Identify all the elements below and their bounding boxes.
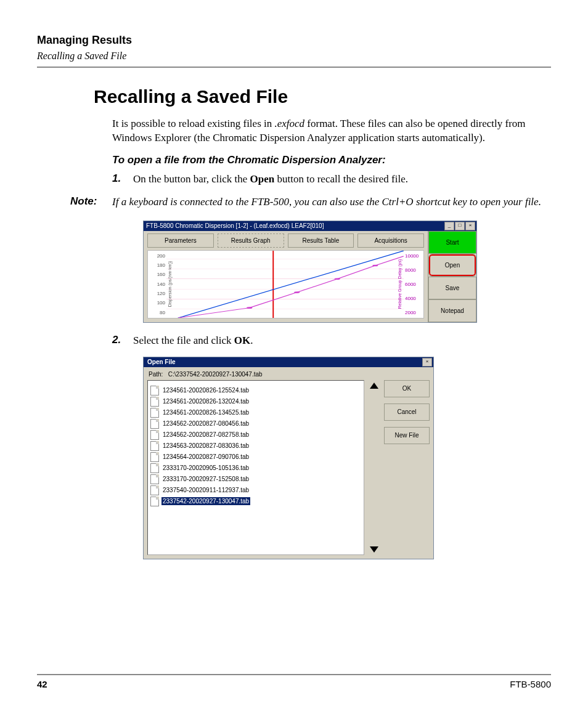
file-name: 1234563-20020827-083036.tab <box>161 442 250 450</box>
screenshot-open-file: Open File × Path: C:\2337542-20020927-13… <box>143 357 434 559</box>
path-row: Path: C:\2337542-20020927-130047.tab <box>149 371 430 378</box>
file-item[interactable]: 1234562-20020827-080456.tab <box>150 419 361 429</box>
save-button[interactable]: Save <box>428 277 476 299</box>
file-icon <box>150 430 159 440</box>
file-name: 1234562-20020827-082758.tab <box>161 431 250 439</box>
openfile-titlebar: Open File × <box>144 357 433 367</box>
file-item[interactable]: 2333170-20020927-152508.tab <box>150 474 361 484</box>
file-icon <box>150 397 159 407</box>
file-name: 1234561-20020826-132024.tab <box>161 397 250 405</box>
open-keyword: Open <box>250 173 275 185</box>
step2-num: 2. <box>112 334 133 348</box>
svg-point-7 <box>247 307 252 309</box>
scroll-down-icon[interactable] <box>370 546 378 553</box>
file-icon <box>150 419 159 429</box>
file-item[interactable]: 1234564-20020827-090706.tab <box>150 452 361 462</box>
file-icon <box>150 408 159 418</box>
analyzer-title: FTB-5800 Chromatic Dispersion [1-2] - (L… <box>146 222 444 229</box>
file-name: 2337542-20020927-130047.tab <box>161 497 250 505</box>
file-icon <box>150 463 159 473</box>
ok-keyword: OK <box>234 335 250 346</box>
section-title: Recalling a Saved File <box>37 51 551 62</box>
product-name: FTB-5800 <box>510 679 551 689</box>
footer-rule <box>37 674 551 675</box>
scroll-up-icon[interactable] <box>370 383 378 389</box>
file-item[interactable]: 1234561-20020826-132024.tab <box>150 397 361 407</box>
file-item[interactable]: 2337540-20020911-112937.tab <box>150 485 361 495</box>
file-name: 1234564-20020827-090706.tab <box>161 453 250 461</box>
intro-pre: It is possible to reload existing files … <box>112 118 274 129</box>
page-footer: 42 FTB-5800 <box>37 674 551 689</box>
file-item[interactable]: 2337542-20020927-130047.tab <box>150 497 361 506</box>
file-name: 1234561-20020826-125524.tab <box>161 386 250 394</box>
page-number: 42 <box>37 679 47 689</box>
minimize-button[interactable]: _ <box>444 222 454 230</box>
step1-num: 1. <box>112 172 133 187</box>
analyzer-button-bar: Start Open Save Notepad <box>428 231 476 322</box>
openfile-title: Open File <box>147 359 422 365</box>
note-label: Note: <box>70 195 112 209</box>
svg-point-10 <box>372 264 378 266</box>
step-1: 1. On the button bar, click the Open but… <box>112 172 551 187</box>
cancel-button[interactable]: Cancel <box>384 404 430 421</box>
file-icon <box>150 485 159 495</box>
chapter-title: Managing Results <box>37 34 551 47</box>
open-button[interactable]: Open <box>428 254 476 277</box>
new-file-button[interactable]: New File <box>384 427 430 444</box>
note-text: If a keyboard is connected to the FTB-50… <box>112 195 541 209</box>
start-button[interactable]: Start <box>428 231 476 254</box>
file-item[interactable]: 1234561-20020826-134525.tab <box>150 408 361 418</box>
file-icon <box>150 452 159 462</box>
tab-acquisitions[interactable]: Acquisitions <box>357 233 424 248</box>
header-rule <box>37 67 551 68</box>
file-item[interactable]: 1234561-20020826-125524.tab <box>150 386 361 396</box>
procedure-heading: To open a file from the Chromatic Disper… <box>112 154 551 166</box>
page-title: Recalling a Saved File <box>94 86 551 107</box>
path-value: C:\2337542-20020927-130047.tab <box>168 371 263 378</box>
file-name: 2337540-20020911-112937.tab <box>161 486 250 494</box>
openfile-actions: OK Cancel New File <box>384 380 430 555</box>
file-icon <box>150 474 159 484</box>
file-name: 2333170-20020905-105136.tab <box>161 464 250 472</box>
close-button[interactable]: × <box>465 222 475 230</box>
file-item[interactable]: 2333170-20020905-105136.tab <box>150 463 361 473</box>
graph-svg <box>166 251 404 318</box>
screenshot-analyzer: FTB-5800 Chromatic Dispersion [1-2] - (L… <box>143 221 477 323</box>
file-name: 2333170-20020927-152508.tab <box>161 475 250 483</box>
step-2: 2. Select the file and click OK. <box>112 334 551 348</box>
notepad-button[interactable]: Notepad <box>428 299 476 322</box>
file-name: 1234561-20020826-134525.tab <box>161 408 250 416</box>
intro-format: .exfocd <box>274 118 304 129</box>
ok-button[interactable]: OK <box>384 380 430 397</box>
analyzer-tabs: Parameters Results Graph Results Table A… <box>144 231 428 250</box>
file-list-scrollbar[interactable] <box>369 380 379 555</box>
file-icon <box>150 386 159 396</box>
file-list[interactable]: 1234561-20020826-125524.tab1234561-20020… <box>147 380 364 555</box>
file-icon <box>150 441 159 451</box>
analyzer-titlebar: FTB-5800 Chromatic Dispersion [1-2] - (L… <box>144 221 476 231</box>
file-icon <box>150 497 159 506</box>
svg-point-8 <box>294 291 300 293</box>
y-axis-right-label: Relative Group Delay (ps) <box>398 259 402 309</box>
intro-paragraph: It is possible to reload existing files … <box>112 117 551 145</box>
tab-results-table[interactable]: Results Table <box>288 233 354 248</box>
tab-results-graph[interactable]: Results Graph <box>218 233 284 248</box>
y-axis-right: 10000 8000 6000 4000 2000 <box>404 251 423 318</box>
note-block: Note: If a keyboard is connected to the … <box>37 195 551 209</box>
maximize-button[interactable]: □ <box>455 222 465 230</box>
tab-parameters[interactable]: Parameters <box>147 233 214 248</box>
y-axis-left: 200 180 160 140 120 100 80 <box>148 251 166 318</box>
path-label: Path: <box>149 371 163 378</box>
file-item[interactable]: 1234563-20020827-083036.tab <box>150 441 361 451</box>
step2-text: Select the file and click OK. <box>133 334 253 348</box>
page-header: Managing Results Recalling a Saved File <box>37 34 551 68</box>
dispersion-graph: 200 180 160 140 120 100 80 Dispersion (p… <box>147 250 424 318</box>
openfile-close-button[interactable]: × <box>422 358 432 367</box>
file-item[interactable]: 1234562-20020827-082758.tab <box>150 430 361 440</box>
step1-text: On the button bar, click the Open button… <box>133 172 408 187</box>
svg-point-9 <box>335 278 340 280</box>
file-name: 1234562-20020827-080456.tab <box>161 420 250 428</box>
